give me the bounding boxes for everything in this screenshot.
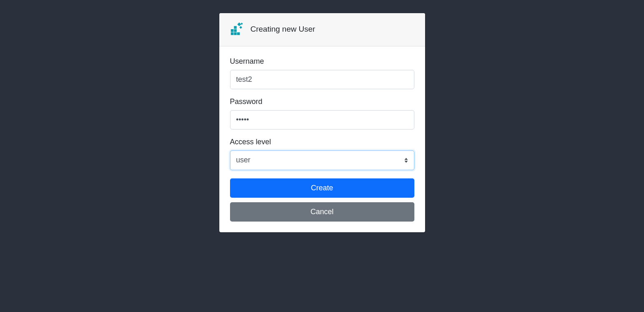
card-header: Creating new User bbox=[219, 13, 425, 46]
svg-rect-4 bbox=[237, 32, 240, 35]
password-input[interactable] bbox=[230, 110, 414, 129]
card-title: Creating new User bbox=[251, 25, 315, 34]
card-body: Username Password Access level user Crea… bbox=[219, 46, 425, 232]
svg-rect-1 bbox=[234, 29, 237, 32]
access-level-select-wrap: user bbox=[230, 150, 414, 170]
svg-rect-8 bbox=[240, 23, 242, 25]
access-level-label: Access level bbox=[230, 138, 414, 146]
username-label: Username bbox=[230, 57, 414, 66]
password-label: Password bbox=[230, 97, 414, 106]
create-button[interactable]: Create bbox=[230, 178, 414, 198]
access-level-select[interactable]: user bbox=[230, 150, 414, 170]
svg-rect-0 bbox=[230, 29, 233, 32]
svg-rect-7 bbox=[239, 26, 242, 29]
username-input[interactable] bbox=[230, 70, 414, 89]
username-group: Username bbox=[230, 57, 414, 89]
create-user-card: Creating new User Username Password Acce… bbox=[219, 13, 425, 232]
password-group: Password bbox=[230, 97, 414, 129]
svg-rect-5 bbox=[234, 26, 237, 29]
cancel-button[interactable]: Cancel bbox=[230, 202, 414, 222]
svg-rect-3 bbox=[234, 32, 237, 35]
access-level-group: Access level user bbox=[230, 138, 414, 170]
svg-rect-2 bbox=[230, 32, 233, 35]
svg-rect-6 bbox=[237, 22, 241, 26]
app-logo-icon bbox=[230, 21, 246, 37]
